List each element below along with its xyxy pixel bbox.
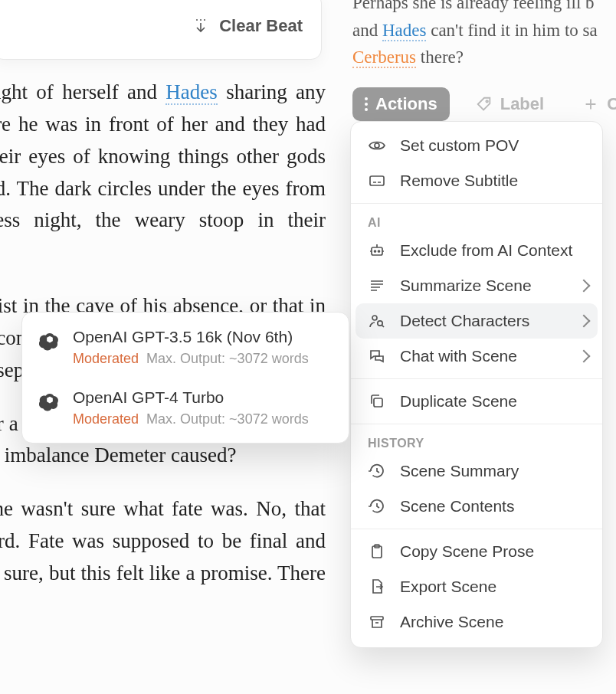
menu-separator: [351, 529, 602, 529]
svg-rect-14: [371, 617, 383, 620]
prose-paragraph: Or—was it fate? She wasn't sure what fat…: [0, 493, 326, 621]
duplicate-icon: [368, 392, 386, 411]
more-vertical-icon: [365, 97, 368, 111]
model-option[interactable]: OpenAI GPT-3.5 16k (Nov 6th) ModeratedMa…: [22, 317, 349, 378]
menu-label: Detect Characters: [400, 312, 529, 330]
beat-card: Clear Beat: [0, 0, 322, 60]
menu-label: Archive Scene: [400, 613, 503, 631]
prose-text: sharing any similarities; yet there he w…: [0, 80, 326, 264]
menu-section-history: HISTORY: [351, 429, 602, 453]
side-text: can't find it in him to sa: [426, 21, 597, 40]
label-text: Label: [500, 94, 544, 114]
svg-point-7: [375, 250, 376, 252]
menu-label: Duplicate Scene: [400, 392, 517, 411]
clear-beat-button[interactable]: Clear Beat: [192, 16, 303, 36]
menu-chat-scene[interactable]: Chat with Scene: [351, 339, 602, 374]
svg-point-9: [372, 316, 377, 320]
chevron-right-icon: [578, 280, 591, 293]
model-output: Max. Output: ~3072 words: [146, 411, 309, 427]
side-line: Cerberus there?: [352, 44, 616, 71]
menu-scene-contents[interactable]: Scene Contents: [351, 489, 602, 524]
moderated-flag: Moderated: [73, 411, 139, 427]
archive-icon: [368, 613, 386, 631]
actions-button[interactable]: Actions: [352, 87, 450, 121]
history-icon: [368, 462, 386, 480]
menu-duplicate-scene[interactable]: Duplicate Scene: [351, 384, 602, 419]
menu-exclude-ai[interactable]: Exclude from AI Context: [351, 233, 602, 268]
clear-beat-label: Clear Beat: [219, 16, 303, 36]
mention-hades[interactable]: Hades: [165, 80, 217, 105]
actions-menu: Set custom POV Remove Subtitle AI Exclud…: [350, 121, 603, 648]
svg-rect-11: [374, 398, 382, 407]
menu-label: Chat with Scene: [400, 347, 517, 365]
person-search-icon: [368, 312, 386, 330]
menu-scene-summary[interactable]: Scene Summary: [351, 453, 602, 489]
menu-label: Summarize Scene: [400, 277, 532, 295]
menu-label: Scene Summary: [400, 462, 519, 480]
menu-separator: [351, 424, 602, 424]
svg-point-2: [204, 19, 205, 21]
menu-separator: [351, 203, 602, 204]
prose-text: She had never thought of herself and: [0, 80, 165, 103]
subtitle-icon: [368, 172, 386, 190]
svg-point-4: [375, 143, 379, 148]
mention-cerberus[interactable]: Cerberus: [352, 47, 416, 68]
svg-point-1: [200, 19, 202, 21]
openai-icon: [39, 331, 61, 352]
moderated-flag: Moderated: [73, 351, 139, 366]
scene-action-bar: Actions Label Codex: [352, 87, 616, 121]
codex-text: Codex: [607, 94, 616, 114]
svg-point-8: [378, 250, 380, 252]
history-icon: [368, 497, 386, 516]
arrow-down-dotted-icon: [192, 17, 210, 35]
model-option[interactable]: OpenAI GPT-4 Turbo ModeratedMax. Output:…: [22, 378, 349, 438]
chevron-right-icon: [578, 315, 591, 328]
menu-section-ai: AI: [351, 208, 602, 233]
lines-icon: [368, 277, 386, 295]
model-output: Max. Output: ~3072 words: [146, 351, 309, 366]
model-name: OpenAI GPT-3.5 16k (Nov 6th): [73, 328, 309, 346]
menu-archive-scene[interactable]: Archive Scene: [351, 604, 602, 640]
mention-hades[interactable]: Hades: [382, 21, 426, 41]
chat-icon: [368, 347, 386, 365]
menu-export-scene[interactable]: Export Scene: [351, 569, 602, 604]
model-meta: ModeratedMax. Output: ~3072 words: [73, 351, 309, 367]
menu-set-pov[interactable]: Set custom POV: [351, 128, 602, 163]
side-text: there?: [416, 47, 464, 67]
clipboard-icon: [368, 542, 386, 561]
side-line: Perhaps she is already feeling ill b: [352, 0, 616, 17]
eye-icon: [368, 136, 386, 155]
menu-detect-characters[interactable]: Detect Characters: [356, 303, 598, 339]
label-button[interactable]: Label: [464, 87, 556, 121]
menu-label: Copy Scene Prose: [400, 542, 534, 561]
side-prose: Perhaps she is already feeling ill b and…: [352, 0, 616, 71]
model-name: OpenAI GPT-4 Turbo: [73, 388, 309, 407]
menu-label: Scene Contents: [400, 497, 514, 516]
side-line: and Hades can't find it in him to sa: [352, 17, 616, 44]
menu-copy-prose[interactable]: Copy Scene Prose: [351, 534, 602, 569]
actions-label: Actions: [375, 94, 437, 114]
side-text: and: [352, 21, 382, 40]
openai-icon: [39, 391, 61, 413]
menu-remove-subtitle[interactable]: Remove Subtitle: [351, 163, 602, 198]
menu-label: Exclude from AI Context: [400, 241, 572, 260]
svg-point-3: [486, 100, 488, 103]
plus-icon: [582, 96, 599, 113]
svg-rect-6: [372, 247, 382, 255]
menu-summarize-scene[interactable]: Summarize Scene: [351, 268, 602, 303]
robot-icon: [368, 241, 386, 260]
svg-rect-5: [370, 176, 384, 185]
svg-point-10: [378, 321, 382, 326]
svg-point-0: [196, 19, 198, 21]
export-icon: [368, 578, 386, 596]
tag-icon: [476, 96, 493, 113]
menu-label: Export Scene: [400, 578, 496, 596]
model-meta: ModeratedMax. Output: ~3072 words: [73, 411, 309, 427]
ai-model-popover: OpenAI GPT-3.5 16k (Nov 6th) ModeratedMa…: [21, 312, 349, 444]
codex-button[interactable]: Codex: [570, 87, 616, 121]
chevron-right-icon: [578, 350, 591, 363]
menu-label: Set custom POV: [400, 136, 519, 155]
menu-separator: [351, 378, 602, 379]
prose-paragraph: She had never thought of herself and Had…: [0, 77, 326, 269]
menu-label: Remove Subtitle: [400, 172, 518, 190]
